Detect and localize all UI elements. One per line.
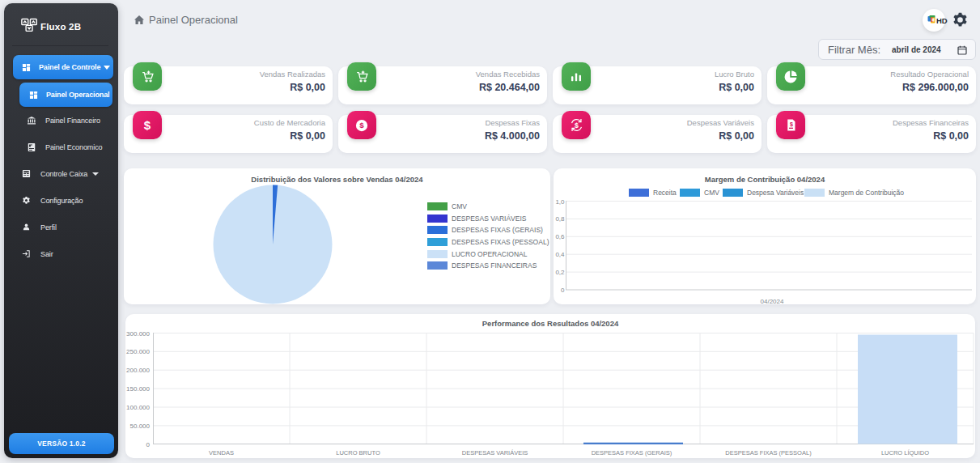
svg-text:1,0: 1,0 <box>555 198 565 206</box>
svg-text:DESPESAS FIXAS (GERAIS): DESPESAS FIXAS (GERAIS) <box>592 449 672 457</box>
svg-text:0: 0 <box>146 441 151 448</box>
svg-text:0,4: 0,4 <box>555 251 565 258</box>
svg-text:VENDAS: VENDAS <box>209 449 234 457</box>
svg-text:50.000: 50.000 <box>130 423 151 430</box>
svg-text:150.000: 150.000 <box>126 385 150 393</box>
svg-text:$: $ <box>575 121 579 130</box>
svg-text:0: 0 <box>561 287 565 294</box>
svg-text:0,8: 0,8 <box>555 215 565 223</box>
svg-text:0,6: 0,6 <box>555 233 565 240</box>
svg-text:$: $ <box>359 121 364 130</box>
svg-text:0,2: 0,2 <box>555 269 565 276</box>
svg-text:100.000: 100.000 <box>126 404 150 411</box>
svg-text:DESPESAS FIXAS (PESSOAL): DESPESAS FIXAS (PESSOAL) <box>725 449 812 457</box>
svg-text:04/2024: 04/2024 <box>761 298 784 304</box>
svg-text:300.000: 300.000 <box>126 330 150 338</box>
svg-text:LUCRO LÍQUIDO: LUCRO LÍQUIDO <box>881 449 929 457</box>
svg-text:$: $ <box>789 121 792 128</box>
svg-text:LUCRO BRUTO: LUCRO BRUTO <box>336 449 380 457</box>
svg-text:200.000: 200.000 <box>126 367 150 374</box>
svg-text:DESPESAS VARIÁVEIS: DESPESAS VARIÁVEIS <box>462 449 528 457</box>
svg-text:250.000: 250.000 <box>126 348 150 355</box>
